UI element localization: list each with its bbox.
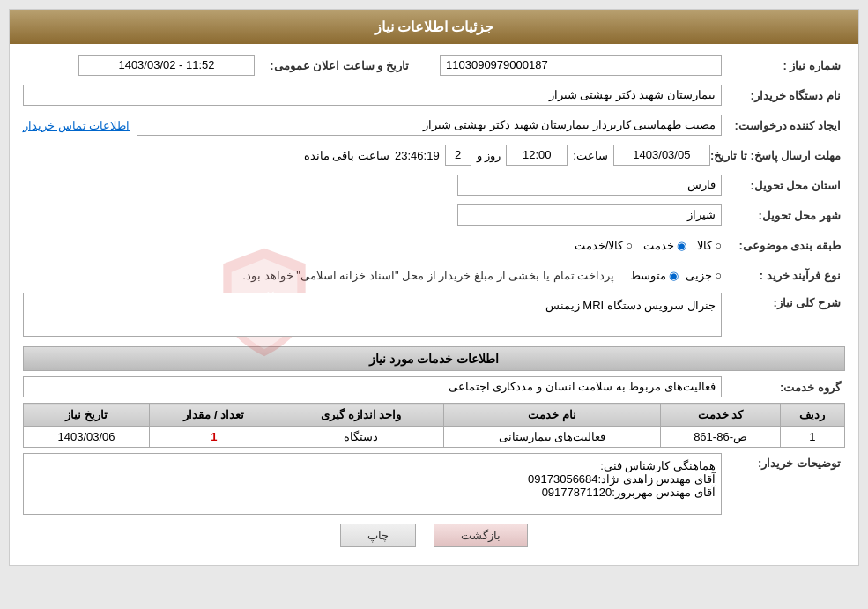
th-row-num: ردیف [780,404,844,427]
services-section-title: اطلاعات خدمات مورد نیاز [23,346,845,371]
th-qty: تعداد / مقدار [150,404,278,427]
need-number-row: شماره نیاز : 1103090979000187 تاریخ و سا… [23,53,845,78]
radio-kala-label: کالا [697,239,712,252]
need-desc-textarea[interactable]: <span data-bind="fields.need_desc_value"… [23,293,722,337]
announce-value: 1403/03/02 - 11:52 [78,55,255,76]
buyer-notes-line2: آقای مهندس زاهدی نژاد:09173056684 [29,472,716,486]
purchase-type-note: پرداخت تمام یا بخشی از مبلغ خریدار از مح… [242,269,623,282]
radio-kala-khedmat-icon: ○ [626,239,633,252]
buyer-notes-content: هماهنگی کارشناس فنی: آقای مهندس زاهدی نژ… [23,453,722,515]
page-header: جزئیات اطلاعات نیاز [10,10,858,44]
remaining-time-value: 23:46:19 [389,149,445,162]
radio-jozi-icon: ○ [715,269,722,282]
category-label: طبقه بندی موضوعی: [722,239,845,252]
buyer-notes-line3: آقای مهندس مهربرور:09177871120 [29,486,716,499]
buyer-name-value: بیمارستان شهید دکتر بهشتی شیراز [23,85,722,106]
radio-kala-khedmat-label: کالا/خدمت [575,239,624,252]
need-desc-label: شرح کلی نیاز: [722,293,845,309]
contact-link[interactable]: اطلاعات تماس خریدار [23,119,130,132]
radio-motavasset-icon: ◉ [669,269,679,282]
send-time-value: 12:00 [506,145,568,166]
service-group-label: گروه خدمت: [722,381,845,394]
cell-service-name: فعالیت‌های بیمارستانی [443,427,661,448]
main-content: آنا شماره نیاز : 1103090979000187 تاریخ … [10,44,858,565]
category-option-kala[interactable]: ○ کالا [697,239,722,252]
province-row: استان محل تحویل: فارس [23,173,845,197]
province-label: استان محل تحویل: [722,179,845,192]
th-service-code: کد خدمت [661,404,780,427]
send-date-label: مهلت ارسال پاسخ: تا تاریخ: [710,149,845,162]
send-date-value: 1403/03/05 [613,145,710,166]
cell-row-num: 1 [780,427,844,448]
remaining-days-label: روز و [471,149,507,162]
need-desc-row: شرح کلی نیاز: <span data-bind="fields.ne… [23,293,845,339]
service-group-value: فعالیت‌های مربوط به سلامت انسان و مددکار… [23,376,722,397]
purchase-type-options: ○ جزیی ◉ متوسط پرداخت تمام یا بخشی از مب… [242,269,722,282]
category-row: طبقه بندی موضوعی: ○ کالا ◉ خدمت ○ کالا/خ… [23,233,845,257]
announce-label: تاریخ و ساعت اعلان عمومی: [255,59,413,72]
cell-service-code: ص-86-861 [661,427,780,448]
buyer-name-row: نام دستگاه خریدار: بیمارستان شهید دکتر ب… [23,83,845,108]
buyer-notes-line1: هماهنگی کارشناس فنی: [29,459,716,472]
back-button[interactable]: بازگشت [434,524,528,547]
need-number-value: 1103090979000187 [440,55,722,76]
purchase-type-motavasset[interactable]: ◉ متوسط [630,269,679,282]
cell-qty: 1 [150,427,278,448]
page-container: جزئیات اطلاعات نیاز آنا شماره نیاز : 110… [9,9,859,566]
buyer-name-label: نام دستگاه خریدار: [722,89,845,102]
service-group-row: گروه خدمت: فعالیت‌های مربوط به سلامت انس… [23,376,845,397]
need-number-label: شماره نیاز : [722,59,845,72]
creator-value: مصیب طهماسبی کاربرداز بیمارستان شهید دکت… [137,115,722,136]
category-option-khedmat[interactable]: ◉ خدمت [643,239,686,252]
th-service-name: نام خدمت [443,404,661,427]
category-radio-group: ○ کالا ◉ خدمت ○ کالا/خدمت [575,239,722,252]
send-time-label: ساعت: [568,149,613,162]
city-row: شهر محل تحویل: شیراز [23,203,845,227]
remaining-days-value: 2 [445,145,471,166]
buttons-row: بازگشت چاپ [23,524,845,547]
services-table: ردیف کد خدمت نام خدمت واحد اندازه گیری ت… [23,403,845,448]
radio-motavasset-label: متوسط [630,269,666,282]
purchase-type-label: نوع فرآیند خرید : [722,269,845,282]
radio-jozi-label: جزیی [686,269,712,282]
remaining-time-label: ساعت باقی مانده [304,149,389,162]
city-value: شیراز [457,204,722,226]
buyer-notes-label: توضیحات خریدار: [722,453,845,470]
category-option-kala-khedmat[interactable]: ○ کالا/خدمت [575,239,633,252]
purchase-type-jozi[interactable]: ○ جزیی [686,269,722,282]
creator-row: ایجاد کننده درخواست: مصیب طهماسبی کاربرد… [23,113,845,137]
radio-kala-icon: ○ [715,239,722,252]
page-title: جزئیات اطلاعات نیاز [375,19,494,34]
purchase-type-row: نوع فرآیند خرید : ○ جزیی ◉ متوسط پرداخت … [23,263,845,287]
th-date: تاریخ نیاز [24,404,150,427]
radio-khedmat-label: خدمت [643,239,674,252]
print-button[interactable]: چاپ [340,524,416,547]
cell-date: 1403/03/06 [24,427,150,448]
send-date-row: مهلت ارسال پاسخ: تا تاریخ: 1403/03/05 سا… [23,143,845,167]
th-unit: واحد اندازه گیری [278,404,443,427]
creator-label: ایجاد کننده درخواست: [722,119,845,132]
buyer-notes-row: توضیحات خریدار: هماهنگی کارشناس فنی: آقا… [23,453,845,515]
table-row: 1 ص-86-861 فعالیت‌های بیمارستانی دستگاه … [24,427,845,448]
cell-unit: دستگاه [278,427,443,448]
province-value: فارس [457,175,722,196]
city-label: شهر محل تحویل: [722,209,845,222]
radio-khedmat-icon: ◉ [677,239,686,252]
